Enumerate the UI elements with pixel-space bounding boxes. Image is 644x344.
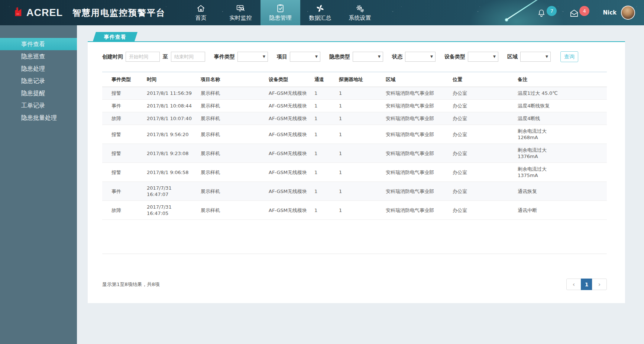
table-cell: 1 [336,163,383,182]
table-cell: AF-GSM无线模块 [266,163,311,182]
notification-count-badge: 7 [547,6,557,16]
column-header: 通道 [311,72,336,87]
sidebar-item-label: 隐患记录 [21,77,45,84]
sidebar-item[interactable]: 隐患记录 [0,75,77,87]
table-cell: AF-GSM无线模块 [266,112,311,125]
acrel-logo-icon [12,6,23,19]
dropdown-arrow-icon: ▼ [315,55,318,58]
table-cell: 剩余电流过大 1376mA [515,144,607,163]
messages-button[interactable]: 4 [569,6,589,20]
filter-select[interactable]: ▼ [405,52,436,62]
search-button[interactable]: 查询 [560,51,578,62]
end-time-input[interactable] [171,52,205,62]
nav-item-realtime-monitor[interactable]: 实时监控 [221,0,260,25]
nav-label: 隐患管理 [269,15,292,22]
sidebar-item[interactable]: 隐患巡查 [0,50,77,62]
user-name: Nick [603,9,617,16]
clipboard-check-icon [276,4,285,13]
sidebar-item[interactable]: 隐患处理 [0,62,77,75]
topbar-right: 7 4 Nick [537,6,635,20]
brand: ACREL [12,6,63,19]
filter-select[interactable]: ▼ [353,52,383,62]
table-cell: 1 [311,144,336,163]
page-title: 智慧用电监控预警平台 [72,7,165,19]
create-time-label: 创建时间 [102,54,123,60]
pinwheel-icon [315,4,325,13]
tab-row: 事件查看 [88,33,625,42]
nav-item-hazard-management[interactable]: 隐患管理 [260,0,300,25]
table-cell: 1 [311,100,336,112]
tab-event-view[interactable]: 事件查看 [93,32,137,41]
table-cell: 故障 [102,112,144,125]
gears-icon [355,4,365,13]
sidebar-item-label: 事件查看 [21,41,45,48]
sidebar-item[interactable]: 事件查看 [0,38,77,50]
nav-item-home[interactable]: 首页 [181,0,221,25]
column-header: 项目名称 [198,72,266,87]
next-page-button[interactable]: › [592,279,607,290]
tab-label: 事件查看 [104,32,126,42]
table-row: 报警2017/8/1 9:23:08展示样机AF-GSM无线模块11安科瑞消防电… [102,144,607,163]
sidebar: 事件查看隐患巡查隐患处理隐患记录隐患提醒工单记录隐患批量处理 [0,25,77,344]
top-bar: ACREL 智慧用电监控预警平台 首页 实时监控 [0,0,644,25]
table-cell: 展示样机 [198,112,266,125]
table-cell: 展示样机 [198,163,266,182]
table-cell: AF-GSM无线模块 [266,144,311,163]
filter-select[interactable]: ▼ [468,52,498,62]
filter-group: 事件类型▼ [214,52,268,62]
table-cell: 办公室 [450,201,515,220]
table-cell: 办公室 [450,182,515,201]
message-count-badge: 4 [579,6,589,16]
sidebar-item[interactable]: 隐患提醒 [0,87,77,99]
content-card: 创建时间 至 事件类型▼项目▼隐患类型▼状态▼设备类型▼区域▼ 查询 事件类型时… [88,42,625,303]
filter-select[interactable]: ▼ [290,52,320,62]
table-cell: 展示样机 [198,125,266,144]
sidebar-item-label: 隐患批量处理 [21,114,57,121]
table-cell: 1 [311,112,336,125]
table-cell: 安科瑞消防电气事业部 [383,112,450,125]
column-header: 事件类型 [102,72,144,87]
table-cell: 安科瑞消防电气事业部 [383,100,450,112]
table-cell: 2017/8/1 10:08:44 [144,100,198,112]
sidebar-item[interactable]: 工单记录 [0,99,77,112]
table-cell: 报警 [102,163,144,182]
chevron-right-icon: › [598,281,601,288]
table-row: 事件2017/8/1 10:08:44展示样机AF-GSM无线模块11安科瑞消防… [102,100,607,112]
table-cell: AF-GSM无线模块 [266,100,311,112]
filter-group: 状态▼ [392,52,436,62]
table-cell: 2017/8/1 9:06:58 [144,163,198,182]
table-cell: 报警 [102,125,144,144]
table-cell: 办公室 [450,87,515,100]
table-cell: 安科瑞消防电气事业部 [383,201,450,220]
dropdown-arrow-icon: ▼ [430,55,433,58]
column-header: 位置 [450,72,515,87]
table-row: 报警2017/8/1 11:56:39展示样机AF-GSM无线模块11安科瑞消防… [102,87,607,100]
bell-icon [537,6,546,20]
to-label: 至 [163,54,168,60]
nav-label: 系统设置 [349,15,371,22]
table-cell: 1 [311,163,336,182]
table-row: 报警2017/8/1 9:56:20展示样机AF-GSM无线模块11安科瑞消防电… [102,125,607,144]
column-header: 备注 [515,72,607,87]
filter-select[interactable]: ▼ [237,52,268,62]
filter-label: 项目 [277,54,287,60]
sidebar-item[interactable]: 隐患批量处理 [0,112,77,124]
page-1-button[interactable]: 1 [581,279,592,290]
filter-selects: 事件类型▼项目▼隐患类型▼状态▼设备类型▼区域▼ [205,52,551,62]
nav-label: 首页 [195,15,207,22]
nav-item-data-summary[interactable]: 数据汇总 [300,0,340,25]
filter-group: 隐患类型▼ [329,52,383,62]
table-cell: 事件 [102,182,144,201]
user-avatar[interactable] [621,6,635,20]
start-time-input[interactable] [126,52,160,62]
table-cell: 事件 [102,100,144,112]
table-cell: AF-GSM无线模块 [266,87,311,100]
sidebar-item-label: 隐患巡查 [21,53,45,60]
dropdown-arrow-icon: ▼ [493,55,496,58]
filter-select[interactable]: ▼ [520,52,551,62]
table-cell: 展示样机 [198,201,266,220]
table-cell: 剩余电流过大 1268mA [515,125,607,144]
notifications-button[interactable]: 7 [537,6,557,20]
nav-item-system-settings[interactable]: 系统设置 [340,0,380,25]
prev-page-button[interactable]: ‹ [566,279,581,290]
